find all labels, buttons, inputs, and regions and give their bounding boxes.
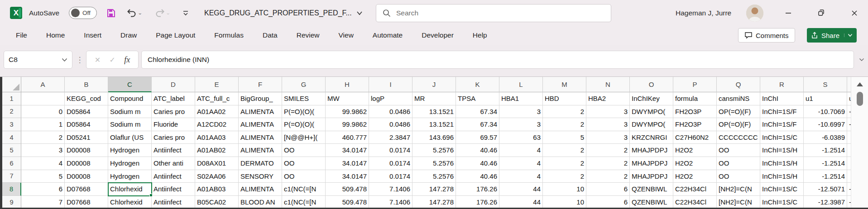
cell-S8[interactable]: -12.5071 (804, 183, 847, 196)
name-box[interactable]: C8 (4, 51, 72, 69)
cell-K3[interactable]: 67.34 (456, 118, 499, 131)
column-header-N[interactable]: N (586, 77, 630, 92)
cell-D4[interactable]: Caries pro (152, 131, 195, 144)
cell-M7[interactable]: 2 (543, 170, 586, 183)
row-header-9[interactable]: 9 (2, 196, 21, 209)
cell-S9[interactable]: -12.3987 (804, 196, 847, 209)
cell-E6[interactable]: D08AX01 (195, 157, 239, 170)
tab-help[interactable]: Help (463, 26, 497, 45)
cell-K2[interactable]: 67.34 (456, 105, 499, 119)
cell-H9[interactable]: 509.478 (326, 196, 369, 209)
fill-handle[interactable] (149, 194, 153, 197)
cell-C7[interactable]: Hydrogen (108, 170, 152, 183)
cell-R9[interactable]: InChI=1S/C (760, 196, 804, 209)
cell-D5[interactable]: Antiinfect (152, 144, 195, 157)
cell-P1[interactable]: formula (673, 92, 717, 105)
vertical-scrollbar[interactable] (851, 77, 868, 209)
cell-S4[interactable]: -6.0389 (804, 131, 847, 144)
row-header-3[interactable]: 3 (2, 118, 21, 131)
cell-Q1[interactable]: cansmiNS (717, 92, 760, 105)
formula-bar-expand-icon[interactable] (857, 51, 866, 69)
cell-F4[interactable]: ALIMENTA (239, 131, 282, 144)
cell-B8[interactable]: D07668 (65, 183, 108, 196)
cell-F5[interactable]: ALIMENTA (239, 144, 282, 157)
cell-P5[interactable]: H2O2 (673, 144, 717, 157)
save-button[interactable] (106, 0, 116, 26)
cell-J5[interactable]: 5.2576 (412, 144, 456, 157)
cell-C6[interactable]: Hydrogen (108, 157, 152, 170)
cell-S5[interactable]: -1.2514 (804, 144, 847, 157)
column-header-Q[interactable]: Q (717, 77, 760, 92)
cell-S1[interactable]: u1 (804, 92, 847, 105)
cell-H4[interactable]: 460.777 (326, 131, 369, 144)
enter-icon[interactable]: ✓ (109, 56, 115, 64)
scrollbar-thumb[interactable] (857, 92, 863, 106)
cell-D3[interactable]: Fluoride (152, 118, 195, 131)
cell-M8[interactable]: 10 (543, 183, 586, 196)
cell-A5[interactable]: 3 (21, 144, 65, 157)
cell-B1[interactable]: KEGG_cod (65, 92, 108, 105)
cell-P2[interactable]: FH2O3P (673, 105, 717, 119)
select-all-corner[interactable] (2, 77, 21, 92)
cell-E9[interactable]: B05CA02 (195, 196, 239, 209)
cell-G3[interactable]: P(=O)(O)( (282, 118, 326, 131)
cell-L2[interactable]: 3 (499, 105, 543, 119)
cell-P3[interactable]: FH2O3P (673, 118, 717, 131)
cell-D1[interactable]: ATC_label (152, 92, 195, 105)
cell-J9[interactable]: 147.278 (412, 196, 456, 209)
search-box[interactable]: Search (376, 4, 611, 22)
cell-N7[interactable]: 2 (586, 170, 630, 183)
cell-D9[interactable]: Antiinfect (152, 196, 195, 209)
cell-K8[interactable]: 176.26 (456, 183, 499, 196)
cell-F7[interactable]: SENSORY (239, 170, 282, 183)
cell-A8[interactable]: 6 (21, 183, 65, 196)
cell-K5[interactable]: 40.46 (456, 144, 499, 157)
cell-F6[interactable]: DERMATO (239, 157, 282, 170)
cell-H6[interactable]: 34.0147 (326, 157, 369, 170)
scroll-up-arrow-icon[interactable] (857, 82, 863, 86)
row-header-4[interactable]: 4 (2, 131, 21, 144)
cell-S7[interactable]: -1.2514 (804, 170, 847, 183)
cell-A6[interactable]: 4 (21, 157, 65, 170)
cell-O5[interactable]: MHAJPDPJ (630, 144, 673, 157)
cell-J2[interactable]: 13.1521 (412, 105, 456, 119)
cell-A4[interactable]: 2 (21, 131, 65, 144)
column-header-P[interactable]: P (673, 77, 717, 92)
cell-L8[interactable]: 44 (499, 183, 543, 196)
cell-G2[interactable]: P(=O)(O)( (282, 105, 326, 119)
cell-J7[interactable]: 5.2576 (412, 170, 456, 183)
tab-file[interactable]: File (6, 26, 37, 45)
cell-C1[interactable]: Compound (108, 92, 152, 105)
cell-A9[interactable]: 7 (21, 196, 65, 209)
cell-A2[interactable]: 0 (21, 105, 65, 119)
cell-Q8[interactable]: [NH2]=C(N (717, 183, 760, 196)
cell-Q3[interactable]: OP(=O)(F) (717, 118, 760, 131)
cell-S2[interactable]: -10.7069 (804, 105, 847, 119)
cell-O4[interactable]: KRZCNRGI (630, 131, 673, 144)
cell-Q6[interactable]: OO (717, 157, 760, 170)
cell-F1[interactable]: BigGroup_ (239, 92, 282, 105)
cell-J4[interactable]: 143.696 (412, 131, 456, 144)
cell-O8[interactable]: QZENBIWL (630, 183, 673, 196)
cell-J6[interactable]: 5.2576 (412, 157, 456, 170)
cell-O9[interactable]: QZENBIWL (630, 196, 673, 209)
column-header-D[interactable]: D (152, 77, 195, 92)
cell-H7[interactable]: 34.0147 (326, 170, 369, 183)
cell-N8[interactable]: 6 (586, 183, 630, 196)
column-header-B[interactable]: B (65, 77, 108, 92)
cell-N2[interactable]: 3 (586, 105, 630, 119)
cell-L5[interactable]: 4 (499, 144, 543, 157)
comments-button[interactable]: Comments (738, 28, 795, 43)
column-header-F[interactable]: F (239, 77, 282, 92)
tab-home[interactable]: Home (37, 26, 74, 45)
qat-customize-button[interactable] (182, 0, 189, 26)
cell-J3[interactable]: 13.1521 (412, 118, 456, 131)
row-header-1[interactable]: 1 (2, 92, 21, 105)
cell-S3[interactable]: -10.6997 (804, 118, 847, 131)
column-header-S[interactable]: S (804, 77, 847, 92)
cell-C2[interactable]: Sodium m (108, 105, 152, 119)
cell-Q4[interactable]: CCCCCCCC (717, 131, 760, 144)
cell-B5[interactable]: D00008 (65, 144, 108, 157)
cell-O6[interactable]: MHAJPDPJ (630, 157, 673, 170)
tab-insert[interactable]: Insert (74, 26, 111, 45)
